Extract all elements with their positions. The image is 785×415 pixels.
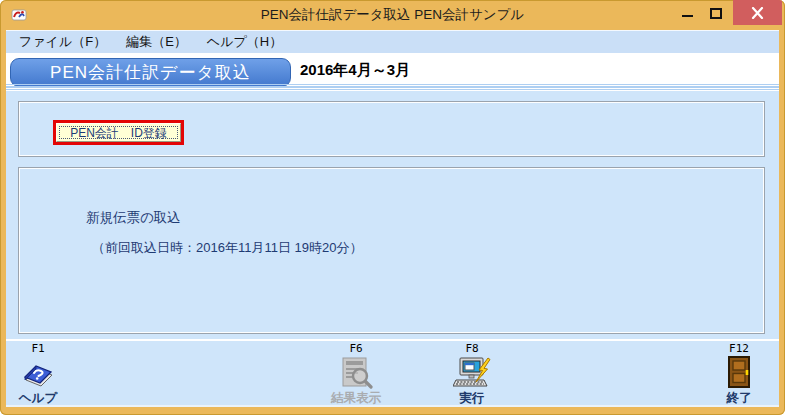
menu-bar: ファイル（F） 編集（E） ヘルプ（H） [6, 30, 779, 53]
toolbar-help-button[interactable]: F1 ヘルプ [6, 342, 70, 407]
toolbar-exit-button[interactable]: F12 終了 [707, 342, 771, 407]
last-import-datetime-text: （前回取込日時：2016年11月11日 19時20分） [92, 239, 362, 257]
minimize-icon [682, 15, 693, 17]
header-divider-line [6, 86, 779, 88]
help-book-icon [6, 356, 70, 389]
toolbar-execute-button[interactable]: F8 実行 [440, 342, 504, 407]
tool-label: 結果表示 [324, 390, 388, 407]
id-registration-panel: PEN会計 ID登録 [18, 101, 765, 157]
results-magnifier-icon [324, 356, 388, 389]
menu-item-file[interactable]: ファイル（F） [19, 33, 106, 51]
window-title: PEN会計仕訳データ取込 PEN会計サンプル [0, 0, 785, 30]
close-x-icon [751, 7, 764, 19]
tool-label: ヘルプ [6, 390, 70, 407]
pen-id-register-button[interactable]: PEN会計 ID登録 [56, 123, 181, 142]
execute-computer-icon [440, 356, 504, 389]
close-button[interactable] [733, 0, 782, 25]
header-divider-line [6, 84, 779, 86]
app-window: PEN会計仕訳データ取込 PEN会計サンプル ファイル（F） 編集（E） ヘルプ… [0, 0, 785, 415]
title-bar: PEN会計仕訳データ取込 PEN会計サンプル [0, 0, 785, 30]
header: PEN会計仕訳データ取込 2016年4月～3月 [6, 53, 779, 91]
content-area: PEN会計 ID登録 新規伝票の取込 （前回取込日時：2016年11月11日 1… [6, 91, 779, 407]
import-status-panel: 新規伝票の取込 （前回取込日時：2016年11月11日 19時20分） [18, 167, 765, 334]
import-title-text: 新規伝票の取込 [86, 209, 181, 227]
toolbar-divider [6, 339, 779, 341]
menu-item-edit[interactable]: 編集（E） [126, 33, 187, 51]
fkey-label: F8 [440, 342, 504, 355]
header-divider-line [6, 89, 779, 91]
tool-label: 終了 [707, 390, 771, 407]
tool-label: 実行 [440, 390, 504, 407]
menu-item-help[interactable]: ヘルプ（H） [207, 33, 282, 51]
fkey-label: F12 [707, 342, 771, 355]
maximize-icon [710, 8, 722, 19]
toolbar-results-button: F6 結果表示 [324, 342, 388, 407]
fkey-label: F6 [324, 342, 388, 355]
maximize-button[interactable] [704, 0, 728, 25]
fiscal-period-label: 2016年4月～3月 [300, 61, 410, 80]
fkey-label: F1 [6, 342, 70, 355]
exit-door-icon [707, 356, 771, 389]
highlight-annotation: PEN会計 ID登録 [53, 120, 184, 145]
minimize-button[interactable] [676, 0, 700, 25]
